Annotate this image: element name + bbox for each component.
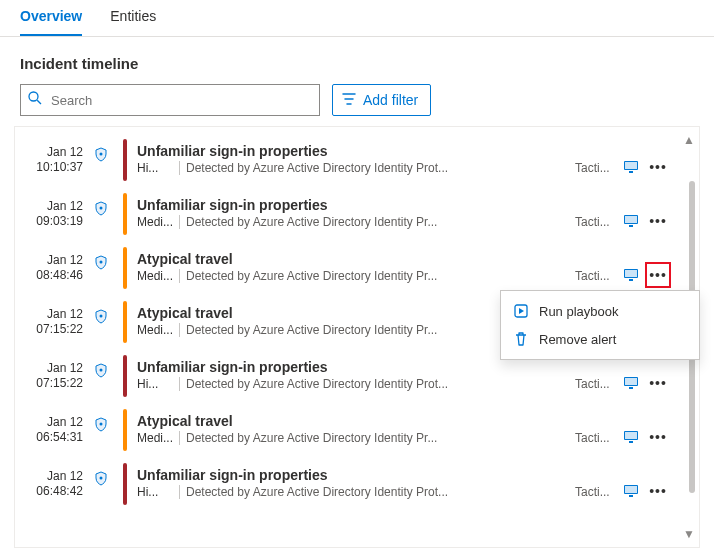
severity-text: Hi... xyxy=(137,377,173,391)
severity-bar xyxy=(123,301,127,343)
detected-by: Detected by Azure Active Directory Ident… xyxy=(186,161,569,175)
alert-content: Unfamiliar sign-in propertiesHi...Detect… xyxy=(137,463,613,505)
host-icon xyxy=(623,430,639,444)
timeline-row[interactable]: Jan 1206:48:42Unfamiliar sign-in propert… xyxy=(15,457,677,511)
playbook-icon xyxy=(513,303,529,319)
shield-icon xyxy=(93,139,113,181)
svg-rect-5 xyxy=(629,171,633,173)
add-filter-label: Add filter xyxy=(363,92,418,108)
scroll-up-arrow[interactable]: ▲ xyxy=(683,133,695,147)
alert-content: Atypical travelMedi...Detected by Azure … xyxy=(137,247,613,289)
tactics-text: Tacti... xyxy=(575,485,613,499)
timeline-row[interactable]: Jan 1208:48:46Atypical travelMedi...Dete… xyxy=(15,241,677,295)
tactics-text: Tacti... xyxy=(575,431,613,445)
row-actions: ••• xyxy=(623,409,669,451)
context-menu: Run playbook Remove alert xyxy=(500,290,700,360)
search-icon xyxy=(27,90,43,110)
timestamp: Jan 1207:15:22 xyxy=(27,355,83,397)
more-actions-button[interactable]: ••• xyxy=(647,426,669,448)
svg-point-14 xyxy=(100,315,103,318)
detected-by: Detected by Azure Active Directory Ident… xyxy=(186,377,569,391)
svg-point-18 xyxy=(100,369,103,372)
svg-line-1 xyxy=(37,100,41,104)
shield-icon xyxy=(93,355,113,397)
tactics-text: Tacti... xyxy=(575,269,613,283)
host-icon xyxy=(623,376,639,390)
severity-text: Hi... xyxy=(137,485,173,499)
timeline-row[interactable]: Jan 1210:10:37Unfamiliar sign-in propert… xyxy=(15,133,677,187)
timestamp: Jan 1207:15:22 xyxy=(27,301,83,343)
row-actions: ••• xyxy=(623,355,669,397)
svg-point-0 xyxy=(29,92,38,101)
meta-divider xyxy=(179,377,180,391)
svg-point-26 xyxy=(100,477,103,480)
timestamp: Jan 1208:48:46 xyxy=(27,247,83,289)
meta-divider xyxy=(179,485,180,499)
date-label: Jan 12 xyxy=(27,253,83,268)
alert-title: Atypical travel xyxy=(137,413,613,429)
alert-content: Unfamiliar sign-in propertiesHi...Detect… xyxy=(137,139,613,181)
timestamp: Jan 1206:48:42 xyxy=(27,463,83,505)
svg-point-22 xyxy=(100,423,103,426)
severity-bar xyxy=(123,193,127,235)
row-actions: ••• xyxy=(623,139,669,181)
more-actions-button[interactable]: ••• xyxy=(647,480,669,502)
severity-text: Medi... xyxy=(137,431,173,445)
alert-meta: Hi...Detected by Azure Active Directory … xyxy=(137,485,613,499)
svg-rect-20 xyxy=(625,378,637,385)
shield-icon xyxy=(93,301,113,343)
alert-content: Atypical travelMedi...Detected by Azure … xyxy=(137,409,613,451)
alert-meta: Hi...Detected by Azure Active Directory … xyxy=(137,377,613,391)
filter-icon xyxy=(341,91,357,110)
more-actions-button[interactable]: ••• xyxy=(647,264,669,286)
host-icon xyxy=(623,160,639,174)
scroll-down-arrow[interactable]: ▼ xyxy=(683,527,695,541)
search-box[interactable] xyxy=(20,84,320,116)
menu-remove-alert[interactable]: Remove alert xyxy=(501,325,699,353)
add-filter-button[interactable]: Add filter xyxy=(332,84,431,116)
alert-content: Unfamiliar sign-in propertiesHi...Detect… xyxy=(137,355,613,397)
date-label: Jan 12 xyxy=(27,361,83,376)
time-label: 10:10:37 xyxy=(27,160,83,175)
shield-icon xyxy=(93,247,113,289)
time-label: 07:15:22 xyxy=(27,322,83,337)
tactics-text: Tacti... xyxy=(575,215,613,229)
timeline-row[interactable]: Jan 1206:54:31Atypical travelMedi...Dete… xyxy=(15,403,677,457)
date-label: Jan 12 xyxy=(27,145,83,160)
timestamp: Jan 1206:54:31 xyxy=(27,409,83,451)
tab-entities[interactable]: Entities xyxy=(110,0,156,36)
time-label: 09:03:19 xyxy=(27,214,83,229)
more-actions-button[interactable]: ••• xyxy=(647,156,669,178)
svg-rect-29 xyxy=(629,495,633,497)
svg-rect-9 xyxy=(629,225,633,227)
menu-run-playbook-label: Run playbook xyxy=(539,304,619,319)
meta-divider xyxy=(179,269,180,283)
svg-point-10 xyxy=(100,261,103,264)
detected-by: Detected by Azure Active Directory Ident… xyxy=(186,485,569,499)
severity-text: Medi... xyxy=(137,269,173,283)
search-input[interactable] xyxy=(49,92,313,109)
row-actions: ••• xyxy=(623,247,669,289)
more-actions-button[interactable]: ••• xyxy=(647,210,669,232)
date-label: Jan 12 xyxy=(27,307,83,322)
menu-remove-alert-label: Remove alert xyxy=(539,332,616,347)
svg-rect-4 xyxy=(625,162,637,169)
more-actions-button[interactable]: ••• xyxy=(647,372,669,394)
alert-title: Unfamiliar sign-in properties xyxy=(137,359,613,375)
timestamp: Jan 1210:10:37 xyxy=(27,139,83,181)
toolbar: Add filter xyxy=(0,84,714,126)
alert-title: Unfamiliar sign-in properties xyxy=(137,467,613,483)
timeline-row[interactable]: Jan 1209:03:19Unfamiliar sign-in propert… xyxy=(15,187,677,241)
alert-title: Atypical travel xyxy=(137,251,613,267)
alert-meta: Hi...Detected by Azure Active Directory … xyxy=(137,161,613,175)
svg-point-6 xyxy=(100,207,103,210)
tactics-text: Tacti... xyxy=(575,377,613,391)
detected-by: Detected by Azure Active Directory Ident… xyxy=(186,215,569,229)
severity-text: Medi... xyxy=(137,323,173,337)
menu-run-playbook[interactable]: Run playbook xyxy=(501,297,699,325)
meta-divider xyxy=(179,215,180,229)
svg-rect-12 xyxy=(625,270,637,277)
alert-meta: Medi...Detected by Azure Active Director… xyxy=(137,215,613,229)
shield-icon xyxy=(93,193,113,235)
tab-overview[interactable]: Overview xyxy=(20,0,82,36)
